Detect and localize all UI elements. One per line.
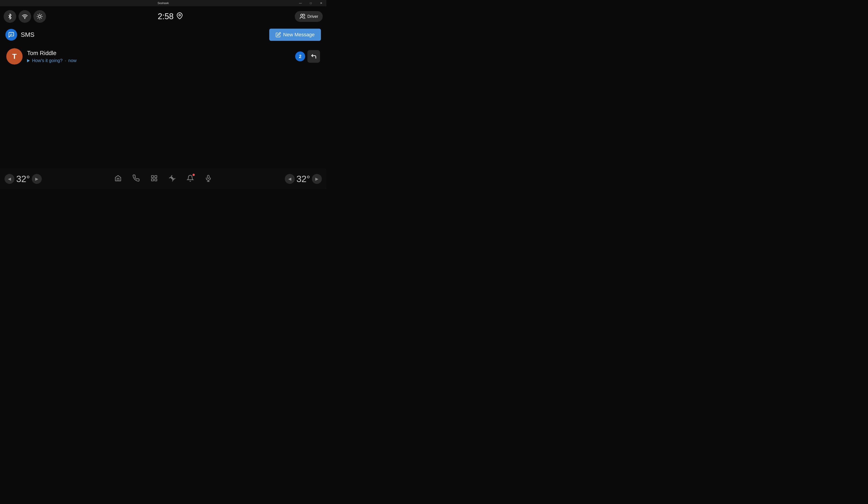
message-timestamp: now [69, 58, 77, 63]
topbar: 2:58 Driver [0, 6, 326, 27]
new-message-label: New Message [283, 32, 314, 38]
svg-point-0 [24, 18, 25, 19]
titlebar: Seahawk — □ ✕ [0, 0, 326, 6]
temp-left-value: 32° [16, 174, 30, 184]
reply-icon [311, 53, 317, 60]
svg-point-11 [301, 14, 303, 16]
wifi-button[interactable] [19, 10, 31, 23]
reply-button[interactable] [307, 50, 320, 63]
svg-line-4 [38, 15, 38, 15]
new-message-button[interactable]: New Message [269, 29, 321, 41]
temp-right-increase-button[interactable]: ▶ [312, 174, 322, 184]
brightness-button[interactable] [33, 10, 46, 23]
bottombar: ◀ 32° ▶ [0, 169, 326, 189]
svg-rect-20 [207, 175, 209, 178]
dot-separator: · [65, 58, 66, 63]
sms-icon [8, 32, 14, 38]
unread-badge: 2 [295, 51, 305, 61]
nav-icons [50, 175, 277, 183]
contact-name: Tom Riddle [27, 50, 291, 56]
mic-nav-icon[interactable] [205, 175, 212, 183]
wifi-icon [22, 13, 28, 19]
temp-left: ◀ 32° ▶ [4, 174, 50, 184]
svg-rect-16 [155, 176, 157, 178]
home-nav-icon[interactable] [114, 175, 122, 183]
pencil-icon [276, 32, 281, 38]
app-title: SMS [21, 31, 34, 38]
notification-dot [193, 174, 195, 176]
temp-right-decrease-button[interactable]: ◀ [285, 174, 295, 184]
svg-rect-17 [152, 179, 154, 181]
temp-right-value: 32° [297, 174, 310, 184]
driver-label: Driver [307, 14, 318, 19]
message-list: T Tom Riddle How's it going? · now 2 [0, 43, 326, 70]
svg-point-10 [179, 14, 180, 16]
fan-nav-icon[interactable] [168, 175, 176, 183]
phone-nav-icon[interactable] [133, 175, 140, 183]
grid-nav-icon[interactable] [151, 175, 158, 183]
top-right: Driver [295, 11, 323, 22]
contact-avatar: T [6, 48, 23, 64]
svg-line-9 [41, 15, 42, 15]
notification-nav-icon[interactable] [187, 175, 194, 183]
app-title-area: SMS [6, 29, 34, 41]
svg-point-19 [172, 178, 173, 179]
top-center: 2:58 [46, 12, 295, 21]
temp-left-increase-button[interactable]: ▶ [32, 174, 42, 184]
preview-text: How's it going? [32, 58, 62, 63]
svg-rect-18 [155, 179, 157, 181]
svg-line-5 [41, 18, 42, 19]
sms-app-icon [6, 29, 17, 41]
message-info: Tom Riddle How's it going? · now [27, 50, 291, 63]
clock: 2:58 [158, 12, 174, 21]
restore-button[interactable]: □ [306, 0, 316, 6]
svg-rect-15 [152, 176, 154, 178]
app-window-title: Seahawk [157, 2, 168, 5]
message-preview: How's it going? · now [27, 58, 291, 63]
temp-left-decrease-button[interactable]: ◀ [4, 174, 14, 184]
minimize-button[interactable]: — [295, 0, 306, 6]
message-actions: 2 [295, 50, 320, 63]
status-icons [3, 10, 46, 23]
bluetooth-button[interactable] [3, 10, 16, 23]
svg-point-12 [303, 14, 305, 16]
play-triangle-icon [27, 59, 30, 62]
driver-icon [299, 13, 306, 20]
app-header: SMS New Message [0, 27, 326, 43]
close-button[interactable]: ✕ [316, 0, 326, 6]
svg-point-1 [39, 15, 41, 18]
window-controls: — □ ✕ [295, 0, 326, 6]
driver-button[interactable]: Driver [295, 11, 323, 22]
brightness-icon [37, 13, 43, 19]
location-icon [176, 12, 183, 21]
message-item[interactable]: T Tom Riddle How's it going? · now 2 [3, 45, 323, 68]
temp-right: ◀ 32° ▶ [277, 174, 322, 184]
svg-line-8 [38, 18, 38, 19]
bluetooth-icon [7, 13, 13, 19]
